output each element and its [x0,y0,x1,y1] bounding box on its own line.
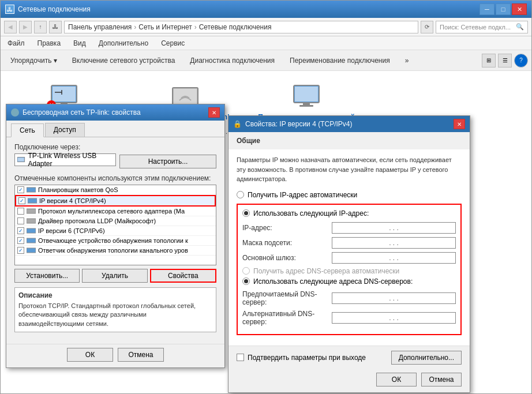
svg-rect-23 [27,248,36,253]
advanced-button[interactable]: Дополнительно... [391,351,462,365]
props-dialog-footer: ОК Отмена [6,344,224,367]
more-button[interactable]: » [399,52,415,69]
maximize-button[interactable]: □ [496,3,511,15]
install-button[interactable]: Установить... [14,269,80,283]
back-button[interactable]: ◀ [4,21,17,33]
props-cancel-button[interactable]: Отмена [118,348,164,362]
comp-topology2-check[interactable]: ✓ [17,247,24,254]
props-dialog-icon [11,108,19,117]
local-icon-area [289,82,324,111]
menu-service[interactable]: Сервис [158,38,188,48]
comp-ipv6-label: IP версии 6 (TCP/IPv6) [38,227,105,234]
radio-manual-ip-label: Использовать следующий IP-адрес: [253,209,369,217]
components-label: Отмеченные компоненты используются этим … [14,174,216,182]
subnet-mask-input[interactable]: . . . [332,237,456,249]
confirm-checkbox-row: Подтвердить параметры при выходе [237,354,387,362]
ipv4-content: Параметры IP можно назначать автоматичес… [228,149,470,346]
alternate-dns-input[interactable]: . . . [332,312,456,324]
comp-topology-check[interactable]: ✓ [17,237,24,244]
organize-button[interactable]: Упорядочить ▾ [4,52,63,69]
menu-file[interactable]: Файл [4,38,28,48]
ipv4-cancel-button[interactable]: Отмена [421,373,462,387]
svg-rect-21 [27,228,36,233]
comp-topology2[interactable]: ✓ Ответчик обнаружения топологии канальн… [15,246,216,256]
radio-dns-auto[interactable] [242,267,250,275]
ipv4-ok-button[interactable]: ОК [376,373,417,387]
comp-ipv6-check[interactable]: ✓ [17,227,24,234]
comp-lldp-check[interactable] [17,217,24,224]
comp-topology[interactable]: ✓ Отвечающее устройство обнаружения топо… [15,236,216,246]
breadcrumb-sep2: › [194,23,197,31]
props-ok-button[interactable]: ОК [67,348,113,362]
forward-button[interactable]: ▶ [19,21,32,33]
help-button[interactable]: ? [514,54,528,67]
comp-ipv4-check[interactable]: ✓ [18,197,25,204]
radio-dns-auto-row: Получить адрес DNS-сервера автоматически [242,267,456,275]
comp-lldp-label: Драйвер протокола LLDP (Майкрософт) [38,217,156,224]
properties-button[interactable]: Свойства [150,269,216,283]
minimize-button[interactable]: ─ [479,3,494,15]
props-dialog-close[interactable]: ✕ [208,107,220,118]
radio-manual-ip[interactable] [242,209,250,217]
radio-auto-ip-row: Получить IP-адрес автоматически [237,191,462,199]
configure-button[interactable]: Настроить... [119,155,216,168]
up-button[interactable]: ↑ [34,21,47,33]
preferred-dns-value: . . . [389,294,399,302]
comp-multiplex[interactable]: Протокол мультиплексора сетевого адаптер… [15,207,216,216]
menu-additional[interactable]: Дополнительно [95,38,152,48]
rename-button[interactable]: Переименование подключения [283,52,396,69]
preferred-dns-input[interactable]: . . . [332,292,456,304]
radio-auto-ip[interactable] [237,191,244,198]
comp-topology-icon [27,237,36,244]
refresh-button[interactable]: ⟳ [421,21,433,33]
confirm-checkbox[interactable] [237,354,244,361]
diagnostics-button[interactable]: Диагностика подключения [183,52,281,69]
ipv4-footer: Подтвердить параметры при выходе Дополни… [228,346,470,369]
comp-lldp[interactable]: Драйвер протокола LLDP (Майкрософт) [15,216,216,226]
comp-multiplex-check[interactable] [17,208,24,215]
comp-ipv4[interactable]: ✓ IP версии 4 (TCP/IPv4) [15,195,216,207]
connection-label: Подключение через: [14,143,216,151]
alternate-dns-row: Альтернативный DNS-сервер: . . . [242,310,456,326]
comp-topology2-label: Ответчик обнаружения топологии канальног… [38,247,188,254]
props-dialog-content: Подключение через: TP-Link Wireless USB … [6,137,224,344]
tab-access[interactable]: Доступ [45,123,85,137]
comp-ipv6[interactable]: ✓ IP версии 6 (TCP/IPv6) [15,226,216,236]
radio-dns-manual[interactable] [242,277,250,285]
gateway-value: . . . [389,254,399,262]
address-bar: ◀ ▶ ↑ 🖧 Панель управления › Сеть и Интер… [1,18,531,36]
components-list[interactable]: ✓ Планировщик пакетов QoS ✓ IP версии 4 … [14,185,216,265]
breadcrumb-text: Панель управления [68,23,132,31]
menu-edit[interactable]: Правка [34,38,65,48]
svg-rect-13 [303,103,310,105]
alternate-dns-value: . . . [389,314,399,322]
gateway-input[interactable]: . . . [332,252,456,264]
comp-lldp-icon [27,217,36,224]
breadcrumb[interactable]: Панель управления › Сеть и Интернет › Се… [64,21,418,33]
ipv4-section-label: Общие [237,137,462,145]
remove-button[interactable]: Удалить [82,269,147,283]
close-button[interactable]: ✕ [512,3,527,15]
radio-auto-ip-label: Получить IP-адрес автоматически [248,191,357,199]
tab-network[interactable]: Сеть [11,123,44,137]
view-btn-1[interactable]: ⊞ [482,54,496,67]
alternate-dns-label: Альтернативный DNS-сервер: [242,310,332,326]
search-placeholder: Поиск: Сетевые подкл... [440,24,511,31]
window-icon: 🖧 [5,5,14,14]
menu-view[interactable]: Вид [70,38,89,48]
props-dialog-title-bar: Беспроводная сеть TP-link: свойства ✕ [6,104,224,121]
search-box[interactable]: Поиск: Сетевые подкл... 🔍 [436,21,528,33]
view-btn-2[interactable]: ☰ [498,54,512,67]
breadcrumb-sep1: › [134,23,136,31]
ip-address-row: IP-адрес: . . . [242,222,456,234]
ipv4-close-button[interactable]: ✕ [454,119,465,129]
enable-device-button[interactable]: Включение сетевого устройства [66,52,182,69]
components-list-wrapper: ✓ Планировщик пакетов QoS ✓ IP версии 4 … [14,185,216,265]
comp-ipv4-icon [28,197,37,204]
comp-qos[interactable]: ✓ Планировщик пакетов QoS [15,185,216,195]
ip-address-value: . . . [389,224,399,232]
comp-qos-check[interactable]: ✓ [17,186,24,193]
ip-address-input[interactable]: . . . [332,222,456,234]
adapter-icon [17,156,25,163]
toolbar-right: ⊞ ☰ ? [482,54,528,67]
